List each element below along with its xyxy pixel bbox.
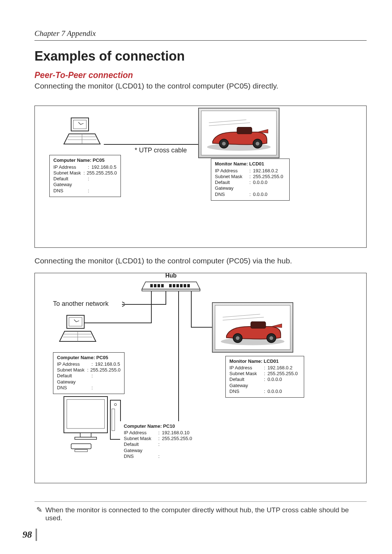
monitor-illustration xyxy=(198,108,279,158)
footnote-text: When the monitor is connected to the com… xyxy=(45,506,367,522)
diagram-peer-to-peer: * UTP cross cable Compute xyxy=(34,106,367,248)
label-gw: Default Gateway xyxy=(229,377,264,389)
svg-rect-21 xyxy=(173,284,175,287)
value-ip: 192.168.0.10 xyxy=(162,430,189,436)
divider xyxy=(34,501,367,502)
svg-point-11 xyxy=(256,142,259,145)
svg-rect-19 xyxy=(161,284,164,287)
label-dns: DNS xyxy=(229,389,264,394)
svg-rect-48 xyxy=(75,450,87,452)
label-mask: Subnet Mask xyxy=(124,436,158,442)
svg-rect-27 xyxy=(69,317,82,326)
label-dns: DNS xyxy=(57,385,91,391)
hub-label: Hub xyxy=(160,272,182,279)
value-dns: 0.0.0.0 xyxy=(253,192,268,197)
value-gw: 0.0.0.0 xyxy=(253,180,268,192)
value-ip: 192.168.0.2 xyxy=(253,168,278,174)
netbox-pc05: Computer Name: PC05 IP Address:192.168.0… xyxy=(49,155,121,197)
netbox-lcd01: Monitor Name: LCD01 IP Address:192.168.0… xyxy=(211,159,290,201)
label-gw: Default Gateway xyxy=(57,373,91,385)
svg-rect-1 xyxy=(73,120,86,129)
netbox-lcd01: Monitor Name: LCD01 IP Address:192.168.0… xyxy=(225,356,304,398)
desktop-pc-icon xyxy=(60,393,126,455)
hub-icon xyxy=(140,279,202,292)
svg-point-35 xyxy=(236,336,240,340)
svg-rect-43 xyxy=(75,437,97,439)
svg-rect-20 xyxy=(169,284,172,287)
mon-title: Monitor Name: LCD01 xyxy=(229,358,300,364)
cable-label: * UTP cross cable xyxy=(135,147,187,154)
label-ip: IP Address xyxy=(229,365,264,371)
svg-rect-47 xyxy=(71,444,91,449)
svg-rect-24 xyxy=(184,284,186,287)
value-mask: 255.255.255.0 xyxy=(162,436,192,442)
label-ip: IP Address xyxy=(57,361,91,367)
label-gw: Default Gateway xyxy=(215,180,249,192)
value-dns: 0.0.0.0 xyxy=(268,389,282,394)
label-mask: Subnet Mask xyxy=(57,367,87,373)
pc2-title: Computer Name: PC10 xyxy=(124,423,193,429)
label-gw: Default Gateway xyxy=(53,176,88,188)
footnote: ✎ When the monitor is connected to the c… xyxy=(34,506,367,522)
section-desc-1: Connecting the monitor (LCD01) to the co… xyxy=(34,81,367,91)
value-ip: 192.168.0.5 xyxy=(91,164,117,170)
value-mask: 255.255.255.0 xyxy=(253,174,283,180)
svg-rect-41 xyxy=(67,399,105,428)
value-mask: 255.255.255.0 xyxy=(90,367,121,373)
laptop-icon xyxy=(60,115,104,151)
label-gw: Default Gateway xyxy=(124,442,158,454)
svg-rect-25 xyxy=(187,284,190,287)
label-mask: Subnet Mask xyxy=(53,170,83,176)
svg-line-12 xyxy=(209,120,246,123)
section-heading: Peer-To-Peer connection xyxy=(34,70,367,80)
racecar-icon xyxy=(201,111,276,155)
pc-title: Computer Name: PC05 xyxy=(53,157,117,163)
section-desc-2: Connecting the monitor (LCD01) to the co… xyxy=(34,256,367,266)
label-ip: IP Address xyxy=(215,168,249,174)
monitor-illustration xyxy=(212,302,293,353)
svg-rect-42 xyxy=(80,433,91,437)
svg-rect-23 xyxy=(180,284,183,287)
svg-rect-7 xyxy=(237,127,252,134)
svg-rect-17 xyxy=(154,284,156,287)
svg-line-13 xyxy=(209,123,250,126)
svg-rect-15 xyxy=(142,289,200,291)
label-ip: IP Address xyxy=(53,164,88,170)
value-mask: 255.255.255.0 xyxy=(268,371,298,377)
svg-point-9 xyxy=(222,142,226,145)
diagram-via-hub: Hub To another network xyxy=(34,273,367,483)
svg-rect-18 xyxy=(158,284,160,287)
label-mask: Subnet Mask xyxy=(215,174,249,180)
network-label: To another network xyxy=(53,300,109,308)
laptop-icon xyxy=(56,312,99,349)
label-dns: DNS xyxy=(124,454,158,459)
netbox-pc10: Computer Name: PC10 IP Address:192.168.0… xyxy=(120,421,196,463)
note-icon: ✎ xyxy=(36,506,42,513)
label-mask: Subnet Mask xyxy=(229,371,264,377)
page-number: 98 xyxy=(23,529,37,533)
label-dns: DNS xyxy=(215,192,249,197)
value-gw: 0.0.0.0 xyxy=(268,377,282,389)
value-ip: 192.168.0.2 xyxy=(268,365,293,371)
racecar-icon xyxy=(215,305,290,349)
svg-rect-46 xyxy=(112,409,115,431)
netbox-pc05: Computer Name: PC05 IP Address:192.168.0… xyxy=(53,352,124,394)
label-dns: DNS xyxy=(53,188,88,194)
svg-point-37 xyxy=(269,336,273,340)
svg-rect-16 xyxy=(150,284,153,287)
label-ip: IP Address xyxy=(124,430,158,436)
value-ip: 192.168.0.5 xyxy=(95,361,120,367)
svg-line-39 xyxy=(223,317,264,320)
svg-rect-33 xyxy=(251,321,266,328)
mon-title: Monitor Name: LCD01 xyxy=(215,161,286,167)
value-mask: 255.255.255.0 xyxy=(87,170,117,176)
svg-line-38 xyxy=(223,314,260,317)
pc-title: Computer Name: PC05 xyxy=(57,355,121,361)
page-title: Examples of connection xyxy=(34,49,367,64)
svg-rect-22 xyxy=(176,284,179,287)
chapter-header: Chapter 7 Appendix xyxy=(34,29,367,41)
